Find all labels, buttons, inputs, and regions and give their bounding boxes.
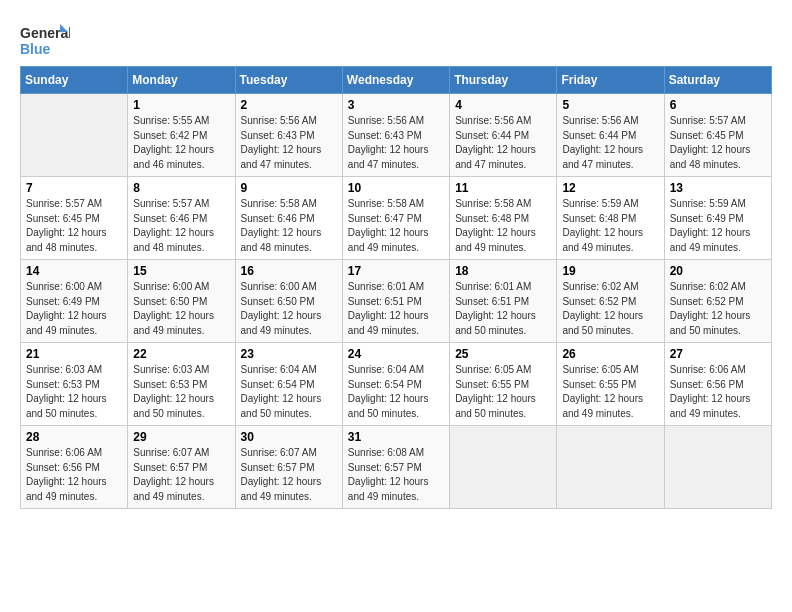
day-cell: 20Sunrise: 6:02 AM Sunset: 6:52 PM Dayli… [664,260,771,343]
day-number: 12 [562,181,658,195]
day-details: Sunrise: 6:06 AM Sunset: 6:56 PM Dayligh… [670,363,766,421]
day-cell: 24Sunrise: 6:04 AM Sunset: 6:54 PM Dayli… [342,343,449,426]
day-details: Sunrise: 6:05 AM Sunset: 6:55 PM Dayligh… [562,363,658,421]
day-cell: 17Sunrise: 6:01 AM Sunset: 6:51 PM Dayli… [342,260,449,343]
day-details: Sunrise: 5:57 AM Sunset: 6:45 PM Dayligh… [670,114,766,172]
day-cell: 12Sunrise: 5:59 AM Sunset: 6:48 PM Dayli… [557,177,664,260]
day-details: Sunrise: 6:06 AM Sunset: 6:56 PM Dayligh… [26,446,122,504]
day-number: 22 [133,347,229,361]
col-header-friday: Friday [557,67,664,94]
day-details: Sunrise: 6:03 AM Sunset: 6:53 PM Dayligh… [133,363,229,421]
day-cell: 2Sunrise: 5:56 AM Sunset: 6:43 PM Daylig… [235,94,342,177]
day-cell: 21Sunrise: 6:03 AM Sunset: 6:53 PM Dayli… [21,343,128,426]
day-details: Sunrise: 5:56 AM Sunset: 6:44 PM Dayligh… [455,114,551,172]
day-number: 14 [26,264,122,278]
day-details: Sunrise: 6:05 AM Sunset: 6:55 PM Dayligh… [455,363,551,421]
day-details: Sunrise: 6:04 AM Sunset: 6:54 PM Dayligh… [241,363,337,421]
day-details: Sunrise: 6:00 AM Sunset: 6:49 PM Dayligh… [26,280,122,338]
day-details: Sunrise: 6:02 AM Sunset: 6:52 PM Dayligh… [670,280,766,338]
col-header-saturday: Saturday [664,67,771,94]
day-cell: 7Sunrise: 5:57 AM Sunset: 6:45 PM Daylig… [21,177,128,260]
day-details: Sunrise: 6:03 AM Sunset: 6:53 PM Dayligh… [26,363,122,421]
day-details: Sunrise: 5:59 AM Sunset: 6:48 PM Dayligh… [562,197,658,255]
day-details: Sunrise: 6:08 AM Sunset: 6:57 PM Dayligh… [348,446,444,504]
svg-text:Blue: Blue [20,41,51,57]
day-number: 9 [241,181,337,195]
day-number: 23 [241,347,337,361]
col-header-wednesday: Wednesday [342,67,449,94]
col-header-monday: Monday [128,67,235,94]
day-cell [450,426,557,509]
day-details: Sunrise: 6:04 AM Sunset: 6:54 PM Dayligh… [348,363,444,421]
day-cell: 10Sunrise: 5:58 AM Sunset: 6:47 PM Dayli… [342,177,449,260]
day-cell: 30Sunrise: 6:07 AM Sunset: 6:57 PM Dayli… [235,426,342,509]
day-cell: 22Sunrise: 6:03 AM Sunset: 6:53 PM Dayli… [128,343,235,426]
day-number: 29 [133,430,229,444]
week-row-2: 7Sunrise: 5:57 AM Sunset: 6:45 PM Daylig… [21,177,772,260]
day-number: 15 [133,264,229,278]
day-cell [557,426,664,509]
day-number: 11 [455,181,551,195]
day-cell: 23Sunrise: 6:04 AM Sunset: 6:54 PM Dayli… [235,343,342,426]
day-details: Sunrise: 5:58 AM Sunset: 6:48 PM Dayligh… [455,197,551,255]
day-details: Sunrise: 5:55 AM Sunset: 6:42 PM Dayligh… [133,114,229,172]
day-cell: 6Sunrise: 5:57 AM Sunset: 6:45 PM Daylig… [664,94,771,177]
day-number: 25 [455,347,551,361]
day-number: 13 [670,181,766,195]
day-number: 28 [26,430,122,444]
day-cell: 28Sunrise: 6:06 AM Sunset: 6:56 PM Dayli… [21,426,128,509]
week-row-5: 28Sunrise: 6:06 AM Sunset: 6:56 PM Dayli… [21,426,772,509]
day-cell: 15Sunrise: 6:00 AM Sunset: 6:50 PM Dayli… [128,260,235,343]
day-number: 1 [133,98,229,112]
day-details: Sunrise: 6:07 AM Sunset: 6:57 PM Dayligh… [241,446,337,504]
day-cell: 29Sunrise: 6:07 AM Sunset: 6:57 PM Dayli… [128,426,235,509]
day-cell: 4Sunrise: 5:56 AM Sunset: 6:44 PM Daylig… [450,94,557,177]
day-number: 17 [348,264,444,278]
day-number: 24 [348,347,444,361]
col-header-tuesday: Tuesday [235,67,342,94]
day-number: 18 [455,264,551,278]
day-cell: 9Sunrise: 5:58 AM Sunset: 6:46 PM Daylig… [235,177,342,260]
day-cell: 19Sunrise: 6:02 AM Sunset: 6:52 PM Dayli… [557,260,664,343]
day-number: 10 [348,181,444,195]
logo: General Blue [20,20,70,60]
day-details: Sunrise: 5:56 AM Sunset: 6:43 PM Dayligh… [241,114,337,172]
week-row-1: 1Sunrise: 5:55 AM Sunset: 6:42 PM Daylig… [21,94,772,177]
day-cell: 16Sunrise: 6:00 AM Sunset: 6:50 PM Dayli… [235,260,342,343]
day-number: 31 [348,430,444,444]
day-number: 8 [133,181,229,195]
day-number: 16 [241,264,337,278]
day-details: Sunrise: 6:02 AM Sunset: 6:52 PM Dayligh… [562,280,658,338]
day-details: Sunrise: 6:00 AM Sunset: 6:50 PM Dayligh… [133,280,229,338]
week-row-4: 21Sunrise: 6:03 AM Sunset: 6:53 PM Dayli… [21,343,772,426]
day-cell: 8Sunrise: 5:57 AM Sunset: 6:46 PM Daylig… [128,177,235,260]
calendar-table: SundayMondayTuesdayWednesdayThursdayFrid… [20,66,772,509]
col-header-thursday: Thursday [450,67,557,94]
day-number: 20 [670,264,766,278]
day-number: 19 [562,264,658,278]
day-cell: 1Sunrise: 5:55 AM Sunset: 6:42 PM Daylig… [128,94,235,177]
day-number: 6 [670,98,766,112]
header-row: SundayMondayTuesdayWednesdayThursdayFrid… [21,67,772,94]
day-cell [21,94,128,177]
page-header: General Blue [20,20,772,60]
col-header-sunday: Sunday [21,67,128,94]
logo-svg: General Blue [20,20,70,60]
day-cell: 27Sunrise: 6:06 AM Sunset: 6:56 PM Dayli… [664,343,771,426]
day-cell [664,426,771,509]
day-details: Sunrise: 5:57 AM Sunset: 6:46 PM Dayligh… [133,197,229,255]
day-details: Sunrise: 6:00 AM Sunset: 6:50 PM Dayligh… [241,280,337,338]
day-number: 26 [562,347,658,361]
day-number: 2 [241,98,337,112]
day-number: 4 [455,98,551,112]
day-number: 30 [241,430,337,444]
day-details: Sunrise: 5:57 AM Sunset: 6:45 PM Dayligh… [26,197,122,255]
day-details: Sunrise: 5:58 AM Sunset: 6:47 PM Dayligh… [348,197,444,255]
day-number: 3 [348,98,444,112]
day-details: Sunrise: 6:07 AM Sunset: 6:57 PM Dayligh… [133,446,229,504]
day-details: Sunrise: 5:58 AM Sunset: 6:46 PM Dayligh… [241,197,337,255]
day-details: Sunrise: 5:56 AM Sunset: 6:43 PM Dayligh… [348,114,444,172]
day-cell: 14Sunrise: 6:00 AM Sunset: 6:49 PM Dayli… [21,260,128,343]
day-cell: 5Sunrise: 5:56 AM Sunset: 6:44 PM Daylig… [557,94,664,177]
day-number: 27 [670,347,766,361]
